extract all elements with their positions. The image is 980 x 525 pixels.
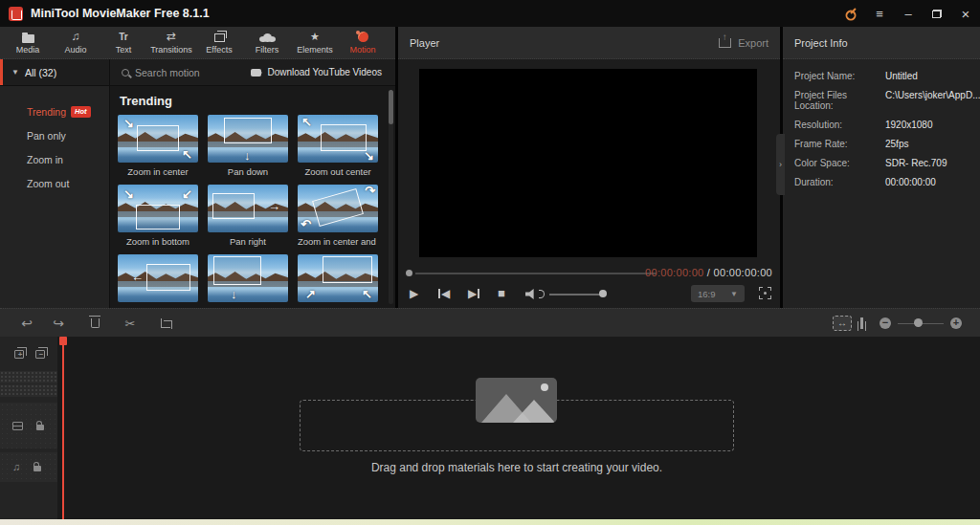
aspect-caret-icon: ▼ [730, 290, 738, 298]
player-panel: Player Export 00:00:00:00 / 00:00:00:00 … [398, 27, 780, 308]
motion-item-pan-down[interactable]: ↓ Pan down [208, 115, 288, 182]
license-key-button[interactable] [836, 0, 865, 27]
motion-thumbnail: ↗↖ [298, 254, 378, 302]
search-row: Download YouTube Videos [110, 59, 395, 86]
key-icon [841, 4, 860, 23]
tab-label: Filters [256, 45, 279, 55]
motion-item-zoom-out-top[interactable]: ↗↖ [298, 254, 378, 302]
motion-item-pan-left[interactable]: ← [118, 254, 198, 302]
audio-track-icon: ♫ [12, 462, 20, 472]
volume-track[interactable] [549, 294, 605, 295]
sidebar-item-label: Trending [27, 106, 66, 118]
track-strip [0, 371, 57, 383]
motion-category-sidebar: ▼ All (32) Trending Hot Pan only Zoom in [0, 59, 110, 308]
previous-frame-button[interactable]: ◀ [438, 284, 450, 303]
undo-button[interactable]: ↩ [17, 309, 36, 338]
collapse-chevron-icon: › [779, 160, 782, 169]
motion-item-pan-right[interactable]: → Pan right [208, 185, 288, 252]
add-track-button[interactable]: + [14, 350, 24, 359]
fit-timeline-button[interactable]: ↔ [833, 316, 852, 331]
playhead-handle[interactable] [59, 337, 67, 345]
close-button[interactable]: × [951, 0, 980, 27]
project-info-header: Project Info [783, 27, 980, 59]
playback-controls: ▶ ◀ ▶ ■ 16:9 ▼ [398, 283, 780, 306]
motion-icon [358, 31, 368, 43]
sidebar-item-zoom-out[interactable]: Zoom out [0, 171, 109, 195]
tab-text[interactable]: Text [100, 27, 147, 58]
delete-icon [91, 318, 100, 328]
crop-button[interactable] [155, 309, 174, 338]
motion-item-zoom-in-center[interactable]: ↘↖ Zoom in center [118, 115, 198, 182]
tab-transitions[interactable]: Transitions [147, 27, 195, 58]
download-youtube-button[interactable]: Download YouTube Videos [251, 67, 395, 77]
motion-item-pan-down-2[interactable]: ↓ [208, 254, 288, 302]
lock-icon[interactable] [33, 466, 41, 471]
aspect-ratio-select[interactable]: 16:9 ▼ [691, 285, 745, 302]
window-title: MiniTool MovieMaker Free 8.1.1 [31, 7, 210, 20]
fullscreen-button[interactable] [759, 287, 771, 299]
tab-effects[interactable]: Effects [195, 27, 243, 58]
audio-icon [72, 31, 80, 43]
audio-track-header: ♫ [0, 452, 57, 482]
timeline-zoom-handle[interactable] [914, 318, 923, 327]
sidebar-item-zoom-in[interactable]: Zoom in [0, 147, 109, 171]
play-button[interactable]: ▶ [410, 284, 418, 303]
tab-label: Media [16, 45, 40, 55]
motion-item-zoom-in-bottom[interactable]: ↘↙ Zoom in bottom [118, 185, 198, 252]
sidebar-item-trending[interactable]: Trending Hot [0, 99, 109, 123]
timeline-toolbar: ↩ ↪ ✂ ↔ − + [0, 308, 980, 337]
timeline-zoom-out-button[interactable]: − [880, 317, 891, 329]
tab-label: Text [116, 45, 132, 55]
tab-media[interactable]: Media [4, 27, 52, 58]
timeline[interactable]: + − ♫ Drag and drop materials here to st… [0, 337, 980, 519]
restore-button[interactable] [923, 0, 951, 27]
remove-track-button[interactable]: − [35, 350, 45, 359]
category-filter-dropdown[interactable]: ▼ All (32) [0, 59, 109, 86]
track-header-rail: + − ♫ [0, 337, 57, 519]
motion-item-zoom-in-center-rotate[interactable]: ↷↶ Zoom in center and r... [298, 185, 378, 252]
player-header: Player Export [398, 27, 780, 59]
tab-audio[interactable]: Audio [52, 27, 100, 58]
playhead-line[interactable] [62, 337, 64, 519]
seek-handle[interactable] [406, 270, 412, 276]
media-icon [22, 31, 34, 43]
stop-button[interactable]: ■ [498, 284, 505, 303]
video-track-header [0, 403, 57, 448]
info-row: Frame Rate: 25fps [794, 139, 980, 149]
tab-motion[interactable]: Motion [339, 27, 387, 58]
motion-thumbnail: ↓ [208, 254, 288, 302]
search-input[interactable] [135, 67, 240, 78]
volume-handle[interactable] [599, 290, 607, 297]
tab-filters[interactable]: Filters [243, 27, 291, 58]
filters-icon [263, 31, 272, 43]
export-button[interactable]: Export [719, 37, 768, 49]
elements-icon [310, 31, 320, 43]
minimize-button[interactable]: – [894, 0, 923, 27]
volume-icon[interactable] [525, 289, 537, 299]
tab-label: Transitions [150, 45, 192, 55]
top-panels: Media Audio Text Transitions Effects [0, 27, 980, 308]
collapse-panel-handle[interactable]: › [776, 134, 785, 195]
sidebar-item-pan-only[interactable]: Pan only [0, 123, 109, 147]
desktop-background-strip [0, 519, 980, 525]
track-zoom-button[interactable] [860, 317, 863, 329]
export-label: Export [738, 37, 768, 49]
dropdown-caret-icon: ▼ [11, 68, 19, 77]
motion-item-zoom-out-center[interactable]: ↖↘ Zoom out center [298, 115, 378, 182]
scrollbar-track[interactable] [389, 90, 393, 304]
lock-icon[interactable] [36, 425, 44, 430]
menu-button[interactable]: ≡ [865, 0, 894, 27]
next-frame-button[interactable]: ▶ [468, 284, 479, 303]
info-row: Project Files Location: C:\Users\joker\A… [794, 90, 980, 111]
split-button[interactable]: ✂ [121, 309, 140, 338]
delete-button[interactable] [85, 309, 104, 338]
redo-button[interactable]: ↪ [49, 309, 68, 338]
player-title: Player [410, 37, 439, 49]
timeline-zoom-in-button[interactable]: + [950, 317, 962, 329]
scrollbar-thumb[interactable] [389, 90, 393, 124]
tab-elements[interactable]: Elements [291, 27, 339, 58]
transitions-icon [167, 31, 176, 43]
motion-thumbnail: ↖↘ [298, 115, 378, 163]
seek-track[interactable] [415, 273, 657, 274]
seek-bar: 00:00:00:00 / 00:00:00:00 [398, 266, 780, 279]
